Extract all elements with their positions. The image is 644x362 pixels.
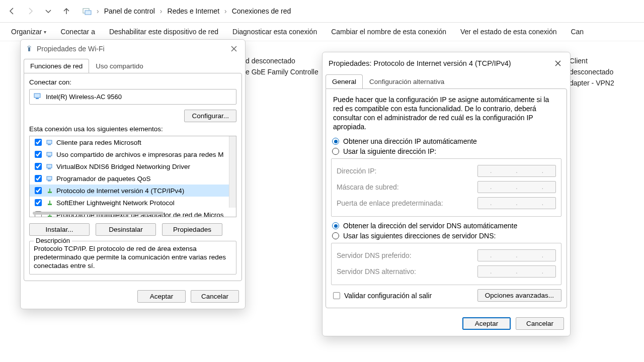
close-icon	[231, 46, 237, 52]
validate-checkbox[interactable]: Validar configuración al salir	[331, 290, 434, 302]
arrow-right-icon	[26, 7, 34, 15]
radio-label: Usar las siguientes direcciones de servi…	[343, 232, 496, 240]
uninstall-button[interactable]: Desinstalar	[96, 223, 156, 236]
bg-text: Client	[570, 55, 614, 66]
properties-button[interactable]: Propiedades	[162, 223, 222, 236]
item-checkbox[interactable]	[35, 151, 42, 158]
list-item[interactable]: Programador de paquetes QoS	[30, 172, 236, 185]
tab-general[interactable]: General	[326, 74, 363, 88]
install-button[interactable]: Instalar...	[29, 223, 90, 236]
svg-rect-10	[48, 168, 51, 169]
item-checkbox[interactable]	[35, 199, 42, 206]
item-checkbox[interactable]	[35, 187, 42, 194]
radio-label: Obtener una dirección IP automáticamente	[343, 137, 477, 145]
radio-dns-auto[interactable]: Obtener la dirección del servidor DNS au…	[331, 221, 561, 231]
scrollbar-vertical[interactable]	[229, 136, 236, 208]
radio-dns-manual[interactable]: Usar las siguientes direcciones de servi…	[331, 231, 561, 241]
nav-back-button[interactable]	[4, 4, 20, 19]
dialog-footer: Aceptar Cancelar	[323, 312, 570, 336]
dialog-titlebar: Propiedades: Protocolo de Internet versi…	[323, 52, 570, 73]
breadcrumb-sep-icon: ›	[97, 7, 99, 15]
dns-fields-group: Servidor DNS preferido:... Servidor DNS …	[331, 243, 561, 285]
gateway-label: Puerta de enlace predeterminada:	[337, 199, 443, 207]
configure-button[interactable]: Configurar...	[184, 110, 236, 122]
arrow-left-icon	[8, 7, 16, 15]
bg-adapter-fragment: Client desconectado dapter - VPN2	[570, 55, 614, 88]
item-label: Programador de paquetes QoS	[56, 175, 151, 183]
cmd-disable[interactable]: Deshabilitar este dispositivo de red	[109, 28, 218, 36]
svg-rect-11	[47, 176, 52, 180]
list-item[interactable]: Protocolo de Internet versión 4 (TCP/IPv…	[30, 185, 236, 197]
cancel-button[interactable]: Cancelar	[191, 290, 239, 303]
cancel-button[interactable]: Cancelar	[516, 317, 564, 330]
radio-ip-manual[interactable]: Usar la siguiente dirección IP:	[331, 146, 561, 156]
bg-text: dapter - VPN2	[570, 77, 614, 88]
dialog-title: Propiedades: Protocolo de Internet versi…	[329, 59, 511, 67]
protocol-icon	[46, 175, 53, 182]
nav-recent-button[interactable]	[40, 4, 56, 19]
nav-up-button[interactable]	[58, 4, 74, 19]
close-button[interactable]	[552, 57, 564, 69]
wifi-properties-dialog: Propiedades de Wi-Fi Funciones de red Us…	[20, 39, 246, 309]
wifi-icon	[26, 45, 33, 53]
svg-rect-16	[49, 201, 50, 204]
list-item[interactable]: Cliente para redes Microsoft	[30, 136, 236, 148]
chevron-down-icon: ▾	[44, 29, 46, 35]
dns-preferred-label: Servidor DNS preferido:	[337, 251, 412, 259]
radio-icon	[332, 232, 339, 239]
breadcrumb-sep-icon: ›	[224, 7, 227, 15]
subnet-mask-input: ...	[477, 181, 556, 193]
scrollbar-horizontal[interactable]	[33, 212, 164, 215]
cmd-status[interactable]: Ver el estado de esta conexión	[460, 28, 556, 36]
cmd-more[interactable]: Can	[571, 28, 584, 36]
svg-rect-5	[47, 140, 52, 144]
item-label: VirtualBox NDIS6 Bridged Networking Driv…	[56, 163, 190, 170]
cmd-connect[interactable]: Conectar a	[60, 28, 95, 36]
protocol-icon	[46, 151, 53, 157]
svg-rect-4	[36, 98, 39, 99]
radio-label: Obtener la dirección del servidor DNS au…	[343, 222, 517, 230]
breadcrumb-item[interactable]: Redes e Internet	[168, 7, 220, 15]
item-checkbox[interactable]	[35, 163, 42, 170]
breadcrumb-item[interactable]: Panel de control	[104, 7, 155, 15]
nav-bar: › Panel de control › Redes e Internet › …	[0, 0, 644, 23]
nav-forward-button[interactable]	[22, 4, 38, 19]
cmd-organize[interactable]: Organizar ▾	[11, 28, 46, 36]
cmd-diagnose[interactable]: Diagnosticar esta conexión	[232, 28, 317, 36]
description-text: Protocolo TCP/IP. El protocolo de red de…	[34, 244, 232, 270]
close-button[interactable]	[228, 43, 240, 55]
breadcrumb-item[interactable]: Conexiones de red	[232, 7, 291, 15]
list-item[interactable]: Uso compartido de archivos e impresoras …	[30, 148, 236, 160]
network-elements-list[interactable]: Cliente para redes MicrosoftUso comparti…	[29, 136, 236, 217]
radio-ip-auto[interactable]: Obtener una dirección IP automáticamente	[331, 136, 561, 146]
item-checkbox[interactable]	[35, 139, 42, 146]
ok-button[interactable]: Aceptar	[137, 290, 186, 303]
ip-address-label: Dirección IP:	[337, 167, 376, 175]
svg-rect-1	[85, 11, 91, 15]
list-item[interactable]: SoftEther Lightweight Network Protocol	[30, 197, 236, 209]
intro-text: Puede hacer que la configuración IP se a…	[331, 94, 561, 136]
subnet-mask-label: Máscara de subred:	[337, 183, 399, 191]
tab-network-functions[interactable]: Funciones de red	[24, 59, 89, 73]
breadcrumb: › Panel de control › Redes e Internet › …	[83, 7, 291, 15]
ok-button[interactable]: Aceptar	[462, 317, 511, 330]
svg-rect-8	[48, 156, 51, 157]
list-item[interactable]: VirtualBox NDIS6 Bridged Networking Driv…	[30, 160, 236, 172]
tab-strip: Funciones de red Uso compartido	[24, 59, 242, 73]
svg-rect-15	[48, 204, 52, 205]
svg-rect-9	[47, 164, 52, 168]
ip-address-input: ...	[477, 165, 556, 177]
dns-preferred-input: ...	[477, 249, 556, 261]
svg-rect-6	[48, 144, 51, 145]
protocol-icon	[46, 163, 53, 169]
cmd-rename[interactable]: Cambiar el nombre de esta conexión	[331, 28, 446, 36]
tab-sharing[interactable]: Uso compartido	[89, 59, 150, 73]
ipv4-properties-dialog: Propiedades: Protocolo de Internet versi…	[322, 52, 571, 336]
chevron-down-icon	[44, 7, 52, 15]
tab-body: Puede hacer que la configuración IP se a…	[326, 88, 567, 308]
tab-alt-config[interactable]: Configuración alternativa	[363, 74, 451, 88]
radio-icon	[332, 138, 339, 145]
item-checkbox[interactable]	[35, 175, 42, 182]
svg-rect-17	[48, 216, 52, 217]
advanced-button[interactable]: Opciones avanzadas...	[477, 289, 561, 302]
